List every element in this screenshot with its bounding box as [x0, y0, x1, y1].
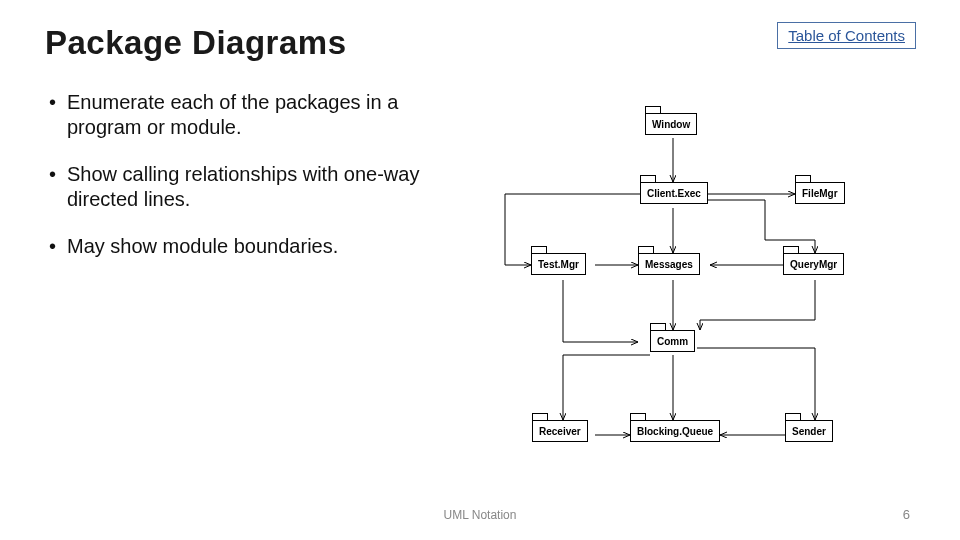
bullet-item: Show calling relationships with one-way …: [45, 162, 455, 212]
pkg-filemgr: FileMgr: [795, 182, 845, 204]
bullet-item: Enumerate each of the packages in a prog…: [45, 90, 455, 140]
toc-link[interactable]: Table of Contents: [777, 22, 916, 49]
pkg-messages: Messages: [638, 253, 700, 275]
package-diagram: Window Client.Exec FileMgr Test.Mgr Mess…: [475, 90, 915, 490]
pkg-querymgr: QueryMgr: [783, 253, 844, 275]
pkg-sender: Sender: [785, 420, 833, 442]
page-number: 6: [903, 507, 910, 522]
pkg-comm: Comm: [650, 330, 695, 352]
pkg-blockingqueue: Blocking.Queue: [630, 420, 720, 442]
pkg-testmgr: Test.Mgr: [531, 253, 586, 275]
pkg-receiver: Receiver: [532, 420, 588, 442]
bullet-item: May show module boundaries.: [45, 234, 455, 259]
bullet-list: Enumerate each of the packages in a prog…: [45, 90, 455, 259]
footer-center: UML Notation: [0, 508, 960, 522]
pkg-window: Window: [645, 113, 697, 135]
pkg-clientexec: Client.Exec: [640, 182, 708, 204]
